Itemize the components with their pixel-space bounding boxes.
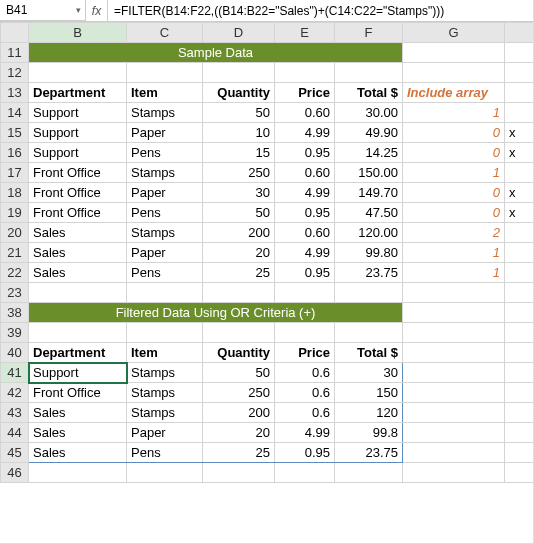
select-all[interactable] <box>1 23 29 43</box>
row-12[interactable]: 12 <box>1 63 29 83</box>
chevron-down-icon[interactable]: ▾ <box>73 5 83 15</box>
row-40[interactable]: 40 <box>1 343 29 363</box>
formula-bar: B41 ▾ fx =FILTER(B14:F22,((B14:B22="Sale… <box>0 0 533 22</box>
spreadsheet-grid[interactable]: B C D E F G 11 Sample Data 12 13 Departm… <box>0 22 534 483</box>
row-41[interactable]: 41 <box>1 363 29 383</box>
formula-input[interactable]: =FILTER(B14:F22,((B14:B22="Sales")+(C14:… <box>108 0 533 21</box>
row-21[interactable]: 21 <box>1 243 29 263</box>
row-16[interactable]: 16 <box>1 143 29 163</box>
row-42[interactable]: 42 <box>1 383 29 403</box>
cell-price[interactable]: 0.60 <box>275 103 335 123</box>
cell-qty[interactable]: 50 <box>203 103 275 123</box>
col-C[interactable]: C <box>127 23 203 43</box>
cell-item[interactable]: Stamps <box>127 103 203 123</box>
row-13[interactable]: 13 <box>1 83 29 103</box>
name-box[interactable]: B41 ▾ <box>0 0 86 21</box>
row-19[interactable]: 19 <box>1 203 29 223</box>
hdr-price[interactable]: Price <box>275 83 335 103</box>
row-45[interactable]: 45 <box>1 443 29 463</box>
row-23[interactable]: 23 <box>1 283 29 303</box>
cell-dept[interactable]: Support <box>29 103 127 123</box>
hdr-include[interactable]: Include array <box>403 83 505 103</box>
cell-x[interactable] <box>505 103 535 123</box>
row-44[interactable]: 44 <box>1 423 29 443</box>
row-17[interactable]: 17 <box>1 163 29 183</box>
cell-inc[interactable]: 1 <box>403 103 505 123</box>
title-filtered: Filtered Data Using OR Criteria (+) <box>29 303 403 323</box>
col-D[interactable]: D <box>203 23 275 43</box>
hdr-qty[interactable]: Quantity <box>203 83 275 103</box>
title-sample: Sample Data <box>29 43 403 63</box>
col-E[interactable]: E <box>275 23 335 43</box>
col-F[interactable]: F <box>335 23 403 43</box>
fx-button[interactable]: fx <box>86 0 108 21</box>
name-box-value: B41 <box>6 3 27 17</box>
row-20[interactable]: 20 <box>1 223 29 243</box>
hdr-total[interactable]: Total $ <box>335 83 403 103</box>
hdr-item[interactable]: Item <box>127 83 203 103</box>
col-B[interactable]: B <box>29 23 127 43</box>
row-15[interactable]: 15 <box>1 123 29 143</box>
row-43[interactable]: 43 <box>1 403 29 423</box>
col-header-row: B C D E F G <box>1 23 535 43</box>
row-14[interactable]: 14 <box>1 103 29 123</box>
selected-cell[interactable]: Support <box>29 363 127 383</box>
row-11[interactable]: 11 <box>1 43 29 63</box>
row-38[interactable]: 38 <box>1 303 29 323</box>
col-G[interactable]: G <box>403 23 505 43</box>
cell[interactable] <box>505 43 535 63</box>
formula-text: =FILTER(B14:F22,((B14:B22="Sales")+(C14:… <box>114 4 444 18</box>
cell[interactable] <box>403 43 505 63</box>
row-39[interactable]: 39 <box>1 323 29 343</box>
row-18[interactable]: 18 <box>1 183 29 203</box>
hdr-dept[interactable]: Department <box>29 83 127 103</box>
cell-total[interactable]: 30.00 <box>335 103 403 123</box>
row-22[interactable]: 22 <box>1 263 29 283</box>
col-overflow[interactable] <box>505 23 535 43</box>
row-46[interactable]: 46 <box>1 463 29 483</box>
